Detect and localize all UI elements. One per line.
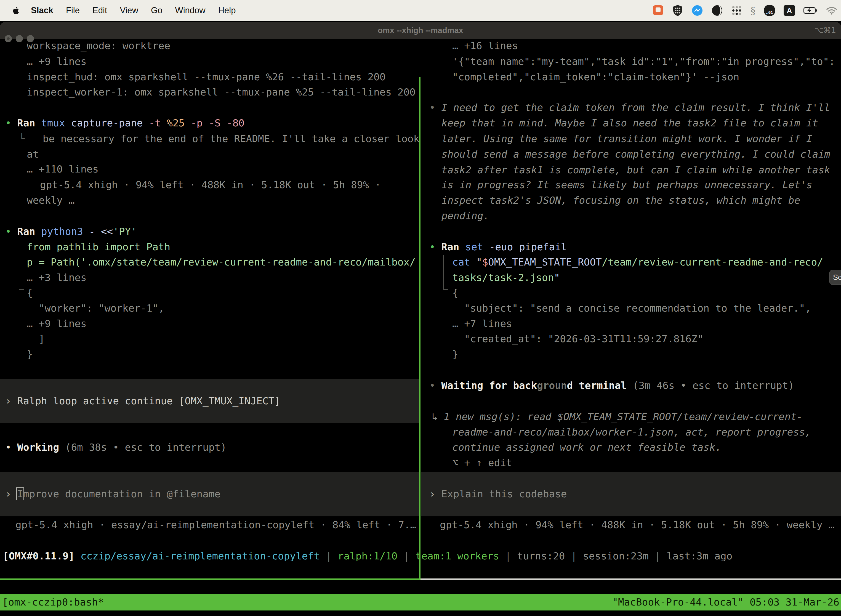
terminal-line: • Ran python3 - <<'PY' — [5, 224, 137, 239]
screen-tooltip: Scre — [829, 270, 841, 285]
terminal-line: inspect_worker-1: omx sparkshell --tmux-… — [27, 84, 416, 100]
terminal-line: "created_at": "2026-03-31T11:59:27.816Z" — [452, 331, 703, 347]
terminal-line: gpt-5.4 xhigh · 94% left · 488K in · 5.1… — [40, 177, 381, 193]
terminal-line: continue assigned work or next feasible … — [452, 439, 721, 455]
terminal-line: keep that in mind. Maybe I also need the… — [441, 115, 818, 131]
terminal: workspace_mode: worktree… +9 linesinspec… — [0, 39, 841, 616]
terminal-line: p = Path('.omx/state/team/review-current… — [27, 254, 416, 270]
terminal-line: • I need to get the claim token from the… — [429, 100, 830, 115]
terminal-line: "subject": "send a concise recommendatio… — [452, 300, 811, 316]
input-source-icon[interactable]: A — [784, 5, 795, 16]
terminal-line: { — [27, 285, 33, 301]
terminal-line: └ be necessary for the end of the README… — [19, 131, 419, 147]
wifi-icon[interactable] — [826, 6, 837, 15]
badge-61-label: ..61 — [764, 5, 775, 16]
terminal-line: › Ralph loop active continue [OMX_TMUX_I… — [5, 393, 280, 409]
terminal-line: '{"team_name":"my-team","task_id":"1","f… — [452, 54, 835, 69]
terminal-line: … +9 lines — [27, 316, 86, 331]
menu-status-icons: § ..61 A — [652, 0, 837, 21]
menu-item-help[interactable]: Help — [218, 6, 236, 15]
tmux-status-bar: [omx-cczip0:bash* "MacBook-Pro-44.local"… — [0, 594, 841, 610]
pane-divider-horizontal-right[interactable] — [420, 578, 841, 580]
keypad-shield-icon[interactable] — [672, 4, 683, 16]
window-title: omx --xhigh --madmax — [0, 22, 841, 39]
tree-connector — [19, 239, 24, 290]
terminal-line: ↳ 1 new msg(s): read $OMX_TEAM_STATE_ROO… — [432, 409, 803, 424]
terminal-line: tasks/task-2.json" — [452, 270, 560, 285]
menu-item-edit[interactable]: Edit — [92, 6, 107, 15]
terminal-line: later. Using the same for transition mig… — [441, 131, 812, 147]
apple-menu-icon[interactable] — [13, 6, 20, 15]
terminal-line: } — [27, 346, 33, 362]
terminal-line: should send a message before completing … — [441, 146, 830, 162]
terminal-line: } — [452, 346, 458, 362]
menu-items: SlackFileEditViewGoWindowHelp — [31, 6, 236, 15]
window-shortcut-hint: ⌥⌘1 — [815, 22, 836, 39]
terminal-line: pending. — [441, 208, 489, 224]
terminal-line: gpt-5.4 xhigh · 94% left · 488K in · 5.1… — [440, 517, 834, 532]
right-pane: … +16 lines'{"team_name":"my-team","task… — [421, 39, 841, 540]
terminal-line: from pathlib import Path — [27, 239, 170, 255]
menu-bar: SlackFileEditViewGoWindowHelp § ..61 — [0, 0, 841, 21]
terminal-line: ⌥ + ↑ edit — [452, 455, 512, 471]
terminal-line: cat "$OMX_TEAM_STATE_ROOT/team/review-cu… — [452, 254, 823, 270]
pane-divider-horizontal-left[interactable] — [0, 578, 420, 580]
terminal-line: "completed","claim_token":"claim-token"}… — [452, 69, 739, 85]
terminal-line: "worker": "worker-1", — [27, 300, 164, 316]
terminal-line: at — [27, 146, 39, 162]
terminal-line: readme-and-reco/mailbox/worker-1.json, a… — [452, 424, 811, 440]
hook-icon[interactable]: § — [750, 5, 756, 16]
terminal-line: › Improve documentation in @filename — [5, 486, 220, 502]
terminal-line: [OMX#0.11.9] cczip/essay/ai-reimplementa… — [3, 548, 732, 564]
menu-item-go[interactable]: Go — [151, 6, 162, 15]
terminal-line: • Ran tmux capture-pane -t %25 -p -S -80 — [5, 115, 245, 131]
terminal-line: … +110 lines — [27, 161, 98, 177]
terminal-line: … +3 lines — [27, 270, 86, 285]
terminal-line: • Waiting for background terminal (3m 46… — [429, 378, 794, 393]
chat-icon[interactable] — [652, 5, 664, 16]
screen: SlackFileEditViewGoWindowHelp § ..61 — [0, 0, 841, 616]
tmux-host-clock: "MacBook-Pro-44.local" 05:03 31-Mar-26 — [612, 594, 840, 610]
terminal-line: weekly … — [27, 192, 75, 208]
terminal-line: … +7 lines — [452, 316, 512, 331]
badge-61-icon[interactable]: ..61 — [764, 5, 775, 16]
terminal-line: • Ran set -euo pipefail — [429, 239, 567, 255]
terminal-line: ] — [27, 331, 45, 347]
messenger-icon[interactable] — [692, 5, 703, 16]
input-source-label: A — [784, 5, 795, 16]
terminal-line: … +16 lines — [452, 39, 518, 54]
terminal-line: task2 after task1 is complete, but can I… — [441, 162, 830, 178]
terminal-line: gpt-5.4 xhigh · essay/ai-reimplementatio… — [15, 517, 416, 532]
left-pane: workspace_mode: worktree… +9 linesinspec… — [0, 39, 419, 540]
terminal-line: • Working (6m 38s • esc to interrupt) — [5, 439, 227, 455]
terminal-line: { — [452, 285, 458, 301]
terminal-line: workspace_mode: worktree — [27, 39, 170, 54]
battery-icon[interactable] — [803, 7, 818, 14]
tmux-session-label: [omx-cczip0:bash* — [2, 594, 104, 610]
terminal-line: inspect task2's JSON, focusing on the st… — [441, 192, 800, 208]
terminal-line: › Explain this codebase — [429, 486, 567, 502]
contrast-icon[interactable] — [711, 5, 723, 16]
menu-item-slack[interactable]: Slack — [31, 6, 53, 15]
terminal-line: … +9 lines — [27, 54, 86, 69]
window-title-bar: omx --xhigh --madmax ⌥⌘1 — [0, 22, 841, 39]
tree-connector — [443, 255, 448, 290]
menu-item-view[interactable]: View — [120, 6, 138, 15]
menu-item-window[interactable]: Window — [175, 6, 205, 15]
pane-divider-vertical[interactable] — [419, 77, 420, 580]
menu-item-file[interactable]: File — [66, 6, 80, 15]
terminal-line: inspect_hud: omx sparkshell --tmux-pane … — [27, 69, 385, 85]
dots-grid-icon[interactable] — [731, 5, 742, 16]
terminal-line: is in progress? It seems likely but perh… — [441, 177, 812, 193]
